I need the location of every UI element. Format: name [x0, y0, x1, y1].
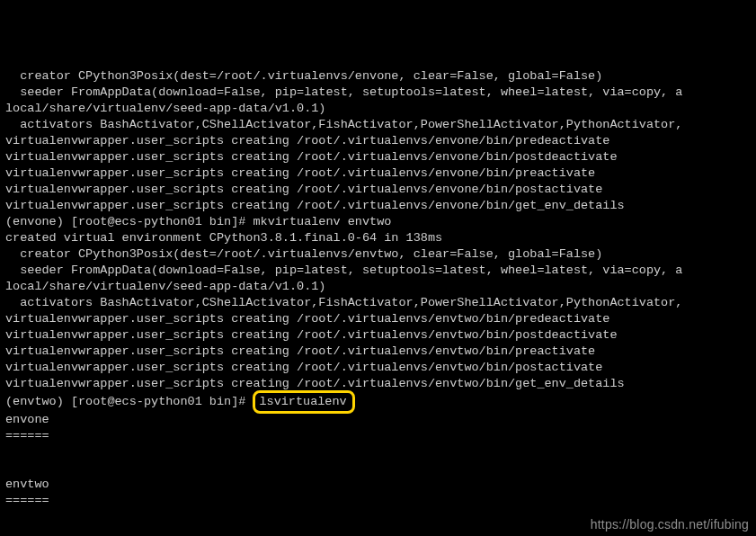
- terminal-output-line: [5, 444, 756, 460]
- terminal-line: virtualenvwrapper.user_scripts creating …: [5, 198, 756, 214]
- terminal-line: seeder FromAppData(download=False, pip=l…: [5, 85, 756, 101]
- terminal-line: local/share/virtualenv/seed-app-data/v1.…: [5, 101, 756, 117]
- terminal-line: virtualenvwrapper.user_scripts creating …: [5, 360, 756, 376]
- terminal-line-highlighted: (envtwo) [root@ecs-python01 bin]# lsvirt…: [5, 392, 756, 412]
- terminal-line: (envone) [root@ecs-python01 bin]# mkvirt…: [5, 214, 756, 230]
- terminal-output[interactable]: creator CPython3Posix(dest=/root/.virtua…: [5, 68, 756, 536]
- terminal-line: virtualenvwrapper.user_scripts creating …: [5, 327, 756, 344]
- terminal-line: seeder FromAppData(download=False, pip=l…: [5, 263, 756, 279]
- terminal-output-line: envtwo: [5, 477, 756, 493]
- watermark-text: https://blog.csdn.net/ifubing: [591, 516, 749, 532]
- terminal-output-line: ======: [5, 493, 756, 509]
- terminal-line: virtualenvwrapper.user_scripts creating …: [5, 149, 756, 165]
- terminal-line: local/share/virtualenv/seed-app-data/v1.…: [5, 279, 756, 295]
- terminal-line: creator CPython3Posix(dest=/root/.virtua…: [5, 246, 756, 263]
- highlighted-command: lsvirtualenv: [253, 390, 354, 414]
- prompt-prefix: (envtwo) [root@ecs-python01 bin]#: [5, 395, 253, 408]
- terminal-output-line: [5, 460, 756, 477]
- terminal-output-line: ======: [5, 428, 756, 444]
- terminal-line: virtualenvwrapper.user_scripts creating …: [5, 165, 756, 182]
- terminal-line: created virtual environment CPython3.8.1…: [5, 230, 756, 246]
- terminal-line: activators BashActivator,CShellActivator…: [5, 295, 756, 311]
- terminal-output-line: envone: [5, 412, 756, 428]
- terminal-line: creator CPython3Posix(dest=/root/.virtua…: [5, 68, 756, 85]
- terminal-line: activators BashActivator,CShellActivator…: [5, 117, 756, 133]
- terminal-line: virtualenvwrapper.user_scripts creating …: [5, 344, 756, 360]
- terminal-line: virtualenvwrapper.user_scripts creating …: [5, 182, 756, 198]
- terminal-line: virtualenvwrapper.user_scripts creating …: [5, 311, 756, 327]
- terminal-line: virtualenvwrapper.user_scripts creating …: [5, 133, 756, 149]
- terminal-line: virtualenvwrapper.user_scripts creating …: [5, 376, 756, 392]
